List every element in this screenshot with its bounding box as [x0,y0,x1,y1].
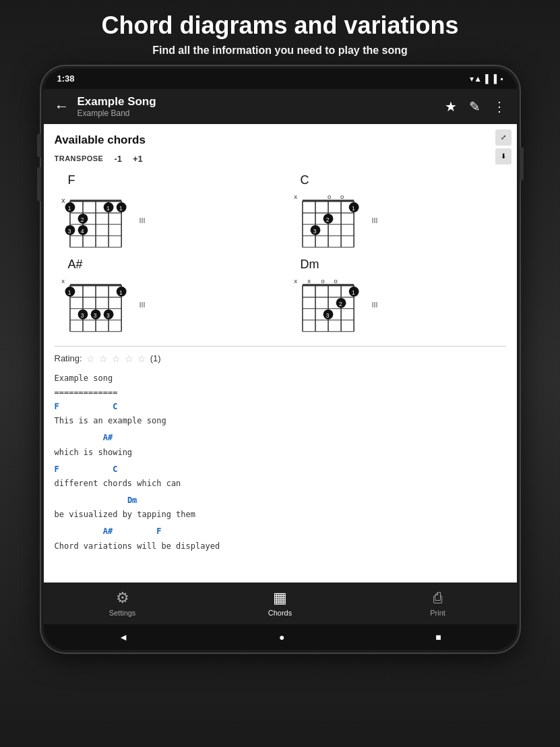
chord-C-inline[interactable]: C [113,402,117,411]
chord-C[interactable]: C [287,173,506,251]
main-title: Chord diagrams and variations [13,12,547,39]
more-button[interactable]: ⋮ [493,98,506,115]
star-2[interactable]: ☆ [99,353,108,364]
star-5[interactable]: ☆ [137,353,146,364]
side-button-left-bottom [37,167,41,201]
download-icon[interactable]: ⬇ [495,148,511,165]
status-bar: 1:38 ▾▲ ▌▐ ▪ [44,69,517,89]
chord-Dm-inline[interactable]: Dm [127,496,137,505]
svg-text:1: 1 [67,204,71,211]
svg-text:2: 2 [80,216,84,222]
svg-text:x: x [294,276,297,284]
svg-text:3: 3 [106,311,109,318]
chord-Dm-svg: x x o o 1 2 3 [287,274,368,335]
svg-text:1: 1 [106,204,109,211]
song-content: Example song ============= F C This is a… [55,372,506,553]
song-verse-2-chords: A# [55,431,506,444]
star-4[interactable]: ☆ [125,353,133,364]
chord-F-inline[interactable]: F [55,402,59,411]
song-verse-1-lyric: This is an example song [55,415,506,427]
chords-icon: ▦ [273,589,287,607]
chord-Dm-position: III [372,301,378,309]
status-time: 1:38 [57,73,75,84]
content-actions: ⤢ ⬇ [495,129,511,165]
status-icons: ▾▲ ▌▐ ▪ [470,74,503,84]
svg-text:o: o [328,192,331,200]
nav-song-title: Example Song [77,95,445,109]
side-button-right [520,147,524,181]
header-section: Chord diagrams and variations Find all t… [0,0,560,66]
star-button[interactable]: ★ [445,98,457,115]
chord-Asharp-inline-5[interactable]: A# [103,527,113,536]
svg-text:3: 3 [93,311,96,318]
svg-text:1: 1 [119,289,123,295]
song-verse-3-lyric: different chords which can [55,477,506,490]
transpose-row: TRANSPOSE -1 +1 [55,154,506,164]
chord-F-inline-5[interactable]: F [156,527,161,536]
rating-label: Rating: [55,353,82,363]
system-nav: ◄ ● ■ [44,624,517,650]
transpose-minus[interactable]: -1 [114,154,122,164]
svg-text:1: 1 [67,289,71,295]
chord-Dm[interactable]: Dm x [287,258,506,335]
svg-text:x: x [294,192,297,200]
svg-text:2: 2 [325,216,329,222]
svg-text:x: x [61,276,65,284]
print-icon: ⎙ [433,589,442,607]
svg-text:3: 3 [67,227,71,234]
song-verse-4-lyric: be visualized by tapping them [55,508,506,521]
svg-text:1: 1 [352,204,355,211]
transpose-plus[interactable]: +1 [133,154,143,164]
chord-Dm-name: Dm [301,258,319,272]
chord-F[interactable]: F [55,173,274,251]
chord-F-inline-3[interactable]: F [55,465,59,474]
transpose-label: TRANSPOSE [55,154,104,162]
svg-text:x: x [61,196,65,204]
song-verse-2-lyric: which is showing [55,446,506,459]
chord-F-svg: x 1 1 1 2 [55,190,135,251]
fullscreen-icon[interactable]: ⤢ [495,129,511,146]
sys-home-button[interactable]: ● [279,632,284,643]
subtitle: Find all the information you need to pla… [13,44,547,57]
chord-Asharp-inline-2[interactable]: A# [103,433,113,442]
star-1[interactable]: ☆ [86,353,95,364]
svg-text:o: o [321,276,324,284]
top-nav: ← Example Song Example Band ★ ✎ ⋮ [44,89,517,124]
chord-C-inline-3[interactable]: C [113,465,117,474]
chord-Asharp-diagram: x 1 1 3 3 3 [55,274,146,335]
chord-Asharp-svg: x 1 1 3 3 3 [55,274,135,335]
back-button[interactable]: ← [55,98,69,115]
chord-Asharp[interactable]: A# x [55,258,274,335]
chord-F-diagram: x 1 1 1 2 [55,190,146,251]
svg-text:o: o [334,276,337,284]
settings-label: Settings [109,609,136,617]
chords-label: Chords [268,609,292,617]
chord-C-svg: x o o 1 2 3 [287,190,368,251]
tab-chords[interactable]: ▦ Chords [253,589,307,617]
wifi-icon: ▾▲ [470,74,482,84]
star-3[interactable]: ☆ [112,353,121,364]
rating-count: (1) [150,353,161,363]
chord-C-diagram: x o o 1 2 3 III [287,190,378,251]
tab-bar: ⚙ Settings ▦ Chords ⎙ Print [44,582,517,624]
phone-container: 1:38 ▾▲ ▌▐ ▪ ← Example Song Example Band… [41,66,520,653]
edit-button[interactable]: ✎ [469,98,480,115]
sys-back-button[interactable]: ◄ [119,632,128,643]
main-content[interactable]: ⤢ ⬇ Available chords TRANSPOSE -1 +1 F [44,124,517,582]
nav-song-artist: Example Band [77,109,445,118]
phone-screen: 1:38 ▾▲ ▌▐ ▪ ← Example Song Example Band… [44,69,517,650]
svg-text:o: o [340,192,344,200]
song-divider-line: ============= [55,386,506,399]
song-verse-3-chords: F C [55,463,506,476]
chord-C-name: C [301,173,309,187]
tab-print[interactable]: ⎙ Print [411,589,465,617]
chords-grid: F [55,173,506,335]
chord-Dm-diagram: x x o o 1 2 3 [287,274,378,335]
song-verse-5-chords: A# F [55,525,506,538]
tab-settings[interactable]: ⚙ Settings [96,589,150,617]
sys-recents-button[interactable]: ■ [435,632,441,643]
song-verse-5-lyric: Chord variations will be displayed [55,540,506,553]
chord-Asharp-name: A# [68,258,83,272]
song-verse-1-chords: F C [55,400,506,413]
settings-icon: ⚙ [116,589,129,607]
